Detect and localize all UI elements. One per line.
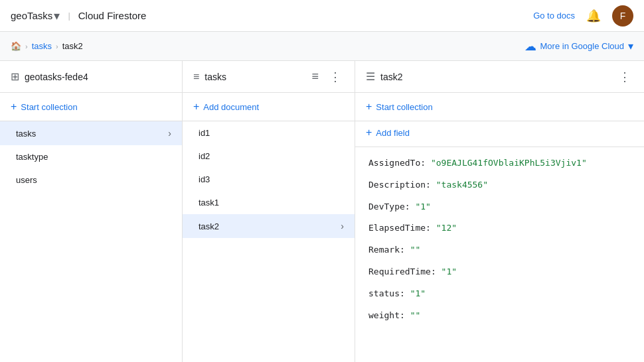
app-name: geoTasks bbox=[11, 10, 52, 21]
middle-panel-title-container: ≡ tasks bbox=[193, 71, 226, 83]
collection-item-tasktype[interactable]: tasktype bbox=[0, 145, 182, 168]
top-nav: geoTasks ▾ | Cloud Firestore Go to docs … bbox=[0, 0, 644, 32]
document-item-task2-label: task2 bbox=[199, 221, 219, 231]
field-list: AssignedTo: "o9EAJLG41fOVblaiKPhL5i3Vjiv… bbox=[355, 147, 644, 362]
middle-panel-title: tasks bbox=[204, 72, 226, 82]
right-panel-actions: ⋮ bbox=[616, 67, 633, 87]
collection-item-tasks-label: tasks bbox=[16, 129, 36, 139]
add-doc-plus-icon: + bbox=[193, 101, 199, 113]
collection-list: tasks › tasktype users bbox=[0, 121, 182, 362]
more-cloud-chevron-icon: ▾ bbox=[628, 40, 633, 52]
more-cloud-button[interactable]: ☁ More in Google Cloud ▾ bbox=[524, 39, 633, 54]
field-value-devtype: "1" bbox=[415, 202, 430, 211]
right-panel-title: task2 bbox=[380, 72, 402, 82]
left-panel: ⊞ geotasks-fede4 + Start collection task… bbox=[0, 61, 183, 362]
add-field-label: Add field bbox=[376, 128, 410, 138]
left-panel-actions: + Start collection bbox=[0, 93, 182, 121]
field-key-requiredtime: RequiredTime: bbox=[368, 267, 442, 276]
breadcrumb-bar: 🏠 › tasks › task2 ☁ More in Google Cloud… bbox=[0, 32, 644, 61]
cloud-icon: ☁ bbox=[524, 39, 536, 54]
field-value-weight: "" bbox=[410, 310, 421, 320]
task2-chevron-icon: › bbox=[341, 221, 344, 231]
document-item-id2-label: id2 bbox=[199, 151, 210, 161]
add-field-button[interactable]: + Add field bbox=[366, 127, 410, 139]
field-item-description: Description: "task4556" bbox=[355, 174, 644, 196]
document-item-id1-label: id1 bbox=[199, 128, 210, 138]
left-panel-header: ⊞ geotasks-fede4 bbox=[0, 61, 182, 93]
top-nav-left: geoTasks ▾ | Cloud Firestore bbox=[11, 9, 146, 23]
field-item-status: status: "1" bbox=[355, 283, 644, 305]
document-item-id2[interactable]: id2 bbox=[183, 145, 355, 168]
right-start-collection-label: Start collection bbox=[376, 102, 432, 112]
field-value-requiredtime: "1" bbox=[442, 267, 457, 276]
nav-separator: | bbox=[68, 11, 70, 21]
right-start-collection-button[interactable]: + Start collection bbox=[366, 101, 433, 113]
collection-icon: ≡ bbox=[193, 71, 199, 83]
collection-item-tasktype-label: tasktype bbox=[16, 152, 48, 162]
dropdown-chevron-icon: ▾ bbox=[54, 9, 60, 23]
task2-breadcrumb: task2 bbox=[62, 41, 83, 51]
field-item-weight: weight: "" bbox=[355, 305, 644, 327]
right-panel: ☰ task2 ⋮ + Start collection + Add field… bbox=[355, 61, 644, 362]
right-plus-icon-field: + bbox=[366, 127, 372, 139]
field-key-devtype: DevType: bbox=[368, 202, 415, 211]
notification-icon[interactable]: 🔔 bbox=[586, 8, 602, 24]
right-panel-field-actions: + Add field bbox=[355, 121, 644, 147]
field-value-description: "task4556" bbox=[436, 180, 488, 190]
field-value-elapsedtime: "12" bbox=[436, 223, 457, 233]
field-key-weight: weight: bbox=[368, 310, 410, 320]
middle-panel-actions: ≡ ⋮ bbox=[309, 67, 344, 87]
top-nav-right: Go to docs 🔔 F bbox=[533, 5, 633, 27]
add-document-label: Add document bbox=[203, 102, 259, 112]
collection-item-users[interactable]: users bbox=[0, 168, 182, 192]
go-to-docs-link[interactable]: Go to docs bbox=[533, 11, 575, 21]
breadcrumb-chevron-1: › bbox=[25, 42, 28, 50]
field-key-description: Description: bbox=[368, 180, 436, 190]
right-plus-icon-collection: + bbox=[366, 101, 372, 113]
left-panel-title: geotasks-fede4 bbox=[25, 72, 88, 82]
service-name: Cloud Firestore bbox=[78, 10, 147, 21]
field-value-assignedto: "o9EAJLG41fOVblaiKPhL5i3Vjiv1" bbox=[431, 158, 587, 168]
right-panel-title-container: ☰ task2 bbox=[366, 70, 402, 83]
tasks-chevron-icon: › bbox=[168, 128, 171, 139]
start-collection-label: Start collection bbox=[21, 102, 77, 112]
field-key-status: status: bbox=[368, 288, 410, 298]
right-panel-header: ☰ task2 ⋮ bbox=[355, 61, 644, 93]
field-item-requiredtime: RequiredTime: "1" bbox=[355, 261, 644, 283]
document-item-task2[interactable]: task2 › bbox=[183, 214, 355, 238]
tasks-breadcrumb[interactable]: tasks bbox=[32, 41, 52, 51]
field-value-status: "1" bbox=[410, 288, 426, 298]
add-document-button[interactable]: + Add document bbox=[193, 101, 259, 113]
middle-panel: ≡ tasks ≡ ⋮ + Add document id1 id2 id3 bbox=[183, 61, 355, 362]
middle-panel-header: ≡ tasks ≡ ⋮ bbox=[183, 61, 355, 93]
document-item-task1-label: task1 bbox=[199, 198, 219, 208]
breadcrumb-chevron-2: › bbox=[56, 42, 58, 50]
collection-item-users-label: users bbox=[16, 175, 37, 185]
avatar[interactable]: F bbox=[612, 5, 633, 27]
collection-item-tasks[interactable]: tasks › bbox=[0, 121, 182, 145]
field-key-assignedto: AssignedTo: bbox=[368, 158, 431, 168]
document-item-task1[interactable]: task1 bbox=[183, 191, 355, 214]
right-more-options-icon[interactable]: ⋮ bbox=[616, 67, 633, 87]
document-item-id3[interactable]: id3 bbox=[183, 168, 355, 191]
plus-icon: + bbox=[11, 101, 17, 113]
field-item-remark: Remark: "" bbox=[355, 239, 644, 261]
field-item-devtype: DevType: "1" bbox=[355, 196, 644, 218]
field-key-remark: Remark: bbox=[368, 245, 410, 255]
breadcrumb: 🏠 › tasks › task2 bbox=[11, 41, 83, 51]
main-content: ⊞ geotasks-fede4 + Start collection task… bbox=[0, 61, 644, 362]
document-item-id3-label: id3 bbox=[199, 174, 210, 184]
more-options-icon[interactable]: ⋮ bbox=[327, 67, 344, 87]
home-breadcrumb[interactable]: 🏠 bbox=[11, 41, 21, 51]
app-name-dropdown[interactable]: geoTasks ▾ bbox=[11, 9, 60, 23]
field-item-elapsedtime: ElapsedTime: "12" bbox=[355, 217, 644, 239]
document-item-id1[interactable]: id1 bbox=[183, 121, 355, 145]
more-cloud-label: More in Google Cloud bbox=[540, 41, 624, 51]
right-panel-collection-actions: + Start collection bbox=[355, 93, 644, 121]
document-list: id1 id2 id3 task1 task2 › bbox=[183, 121, 355, 362]
middle-panel-add-actions: + Add document bbox=[183, 93, 355, 121]
start-collection-button[interactable]: + Start collection bbox=[11, 101, 78, 113]
field-value-remark: "" bbox=[410, 245, 421, 255]
document-icon: ☰ bbox=[366, 70, 375, 83]
filter-icon[interactable]: ≡ bbox=[309, 67, 321, 86]
